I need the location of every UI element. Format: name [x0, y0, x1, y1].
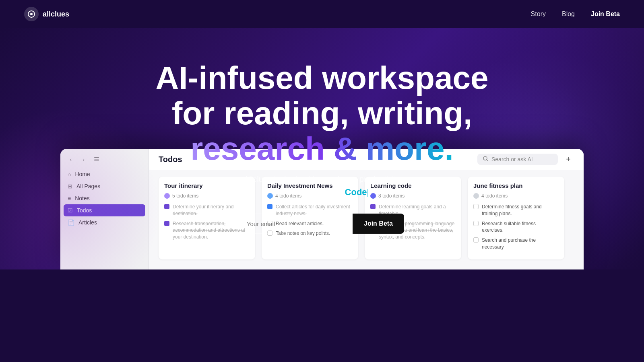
- logo[interactable]: allclues: [24, 7, 69, 21]
- logo-icon: [24, 7, 39, 21]
- email-input[interactable]: [240, 214, 353, 234]
- nav-links: Story Blog Join Beta: [531, 10, 620, 18]
- hero-section: AI-infused workspace for reading, writin…: [0, 28, 644, 269]
- hero-title: AI-infused workspace for reading, writin…: [0, 60, 644, 167]
- todo-text: Search and purchase the necessary: [482, 237, 559, 251]
- hero-tailored: Smartly tailored for Code|: [0, 187, 644, 197]
- hero-title-gradient: research & more.: [190, 131, 454, 167]
- hero-subtitle: Allclues is the backbone of your product…: [0, 175, 644, 184]
- navbar: allclues Story Blog Join Beta: [0, 0, 644, 28]
- todo-item: Search and purchase the necessary: [473, 237, 559, 251]
- email-form: Join Beta: [0, 214, 644, 234]
- cursor: |: [367, 188, 369, 197]
- join-beta-button[interactable]: Join Beta: [353, 214, 404, 234]
- svg-point-1: [30, 13, 33, 15]
- logo-text: allclues: [43, 10, 69, 19]
- typed-word: Code: [345, 187, 367, 197]
- todo-checkbox[interactable]: [473, 237, 479, 243]
- nav-story[interactable]: Story: [531, 10, 546, 18]
- nav-blog[interactable]: Blog: [562, 10, 575, 18]
- nav-join-beta[interactable]: Join Beta: [591, 10, 620, 18]
- hero-content: AI-infused workspace for reading, writin…: [0, 28, 644, 234]
